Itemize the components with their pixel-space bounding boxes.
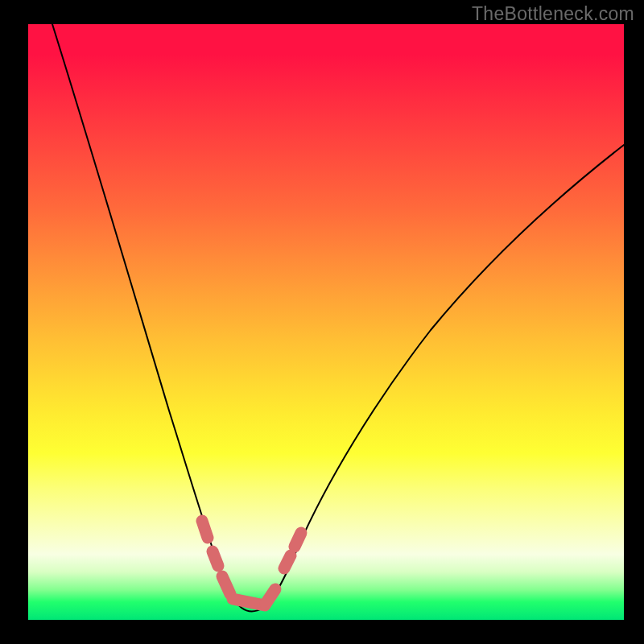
- watermark-text: TheBottleneck.com: [472, 3, 634, 25]
- highlight-seg-1: [202, 521, 208, 538]
- chart-frame: TheBottleneck.com: [0, 0, 644, 644]
- curve-svg: [28, 24, 624, 620]
- plot-area: [28, 24, 624, 620]
- bottleneck-curve: [52, 24, 624, 612]
- highlight-seg-7: [295, 533, 301, 547]
- highlight-seg-2: [213, 551, 218, 566]
- highlight-seg-5: [266, 589, 275, 604]
- highlight-seg-6: [284, 555, 291, 568]
- highlight-seg-3: [222, 576, 230, 594]
